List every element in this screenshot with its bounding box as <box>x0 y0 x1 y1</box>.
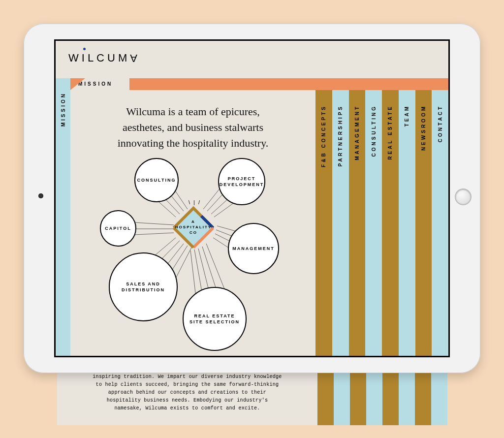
bubble-capitol[interactable]: CAPITOL <box>100 210 136 247</box>
header: WILCUMA <box>56 41 448 78</box>
nav-item-consulting[interactable]: CONSULTING <box>365 90 382 356</box>
nav-item-newsroom[interactable]: NEWSROOM <box>415 90 432 356</box>
bubble-project-development[interactable]: PROJECTDEVELOPMENT <box>218 158 265 205</box>
sidebar-mission[interactable]: MISSION <box>56 78 70 356</box>
camera-icon <box>38 193 43 198</box>
hub-label: AHOSPITALITYCO <box>175 219 212 235</box>
bubble-real-estate[interactable]: REAL ESTATESITE SELECTION <box>183 287 247 351</box>
logo-last-letter: A <box>130 52 140 64</box>
tab-row: MISSION <box>70 78 315 90</box>
logo-text: WILCUM <box>68 52 130 64</box>
screen: WILCUMA MISSION MISSION Wilcuma is a tea… <box>54 39 450 357</box>
intro-text: Wilcuma is a team of epicures, aesthetes… <box>70 90 315 156</box>
main-column: MISSION Wilcuma is a team of epicures, a… <box>70 78 315 356</box>
logo[interactable]: WILCUMA <box>68 52 448 64</box>
spark-icon: \ | / <box>189 199 201 205</box>
sidebar-mission-label: MISSION <box>61 92 66 126</box>
nav-item-partnerships[interactable]: PARTNERSHIPS <box>332 90 349 356</box>
nav-item-contact[interactable]: CONTACT <box>432 90 448 356</box>
nav-item-real-estate[interactable]: REAL ESTATE <box>382 90 399 356</box>
body-row: MISSION MISSION Wilcuma is a team of epi… <box>56 78 448 356</box>
nav-item-management[interactable]: MANAGEMENT <box>349 90 366 356</box>
hub-diagram: \ | / AHOSPITALITYCO CONSULTING PROJECTD… <box>70 156 315 356</box>
home-button[interactable] <box>455 188 472 205</box>
svg-line-8 <box>134 222 174 225</box>
svg-line-10 <box>134 233 174 235</box>
hub: \ | / AHOSPITALITYCO <box>172 206 215 250</box>
logo-dot-icon <box>83 48 86 50</box>
nav-item-team[interactable]: TEAM <box>399 90 415 356</box>
tab-accent-bar <box>129 78 315 90</box>
ipad-frame: WILCUMA MISSION MISSION Wilcuma is a tea… <box>24 24 480 373</box>
bubble-consulting[interactable]: CONSULTING <box>134 158 179 202</box>
bubble-management[interactable]: MANAGEMENT <box>228 223 279 274</box>
nav-item-fb-concepts[interactable]: F&B CONCEPTS <box>315 90 332 356</box>
bubble-sales-distribution[interactable]: SALES ANDDISTRIBUTION <box>109 252 178 321</box>
right-nav: F&B CONCEPTS PARTNERSHIPS MANAGEMENT CON… <box>315 78 448 356</box>
tab-triangle-icon <box>70 78 85 90</box>
